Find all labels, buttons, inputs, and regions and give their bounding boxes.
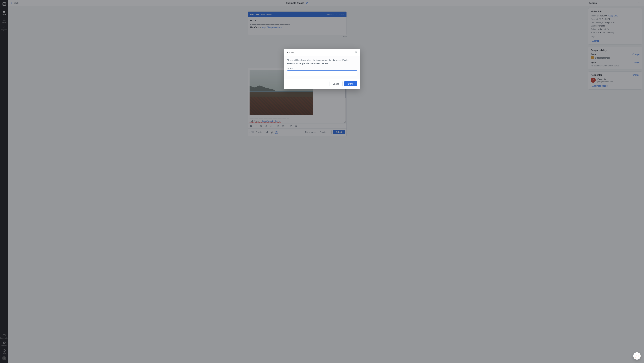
- modal-title: Alt text: [287, 51, 296, 54]
- chat-widget-button[interactable]: [633, 352, 641, 360]
- chat-icon: [635, 354, 639, 358]
- modal-description: Alt text will be shown when the image ca…: [287, 59, 357, 65]
- modal-overlay[interactable]: Alt text Alt text will be shown when the…: [0, 0, 644, 363]
- modal-close-button[interactable]: [355, 51, 357, 54]
- modal-input-label: Alt text: [287, 68, 357, 70]
- alt-text-input[interactable]: [287, 70, 357, 76]
- close-icon: [355, 51, 357, 53]
- modal-footer: Cancel Done: [284, 79, 360, 89]
- alt-text-modal: Alt text Alt text will be shown when the…: [284, 49, 360, 89]
- done-button[interactable]: Done: [344, 81, 357, 86]
- modal-body: Alt text will be shown when the image ca…: [284, 56, 360, 79]
- modal-header: Alt text: [284, 49, 360, 56]
- cancel-button[interactable]: Cancel: [330, 81, 343, 86]
